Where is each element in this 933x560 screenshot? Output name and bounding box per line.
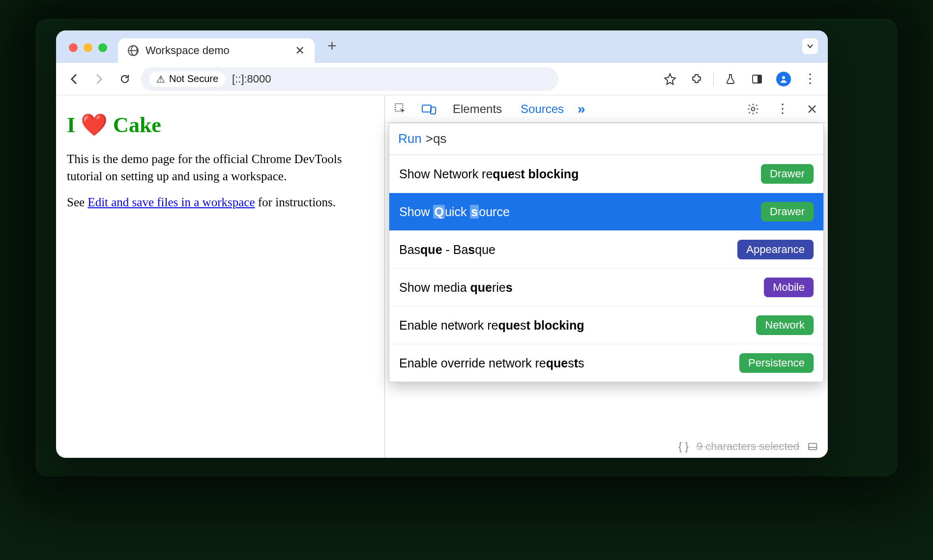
toolbar: ⚠ Not Secure [::]:8000 [56, 63, 828, 95]
workspace-tutorial-link[interactable]: Edit and save files in a workspace [87, 196, 255, 209]
command-item-badge: Network [756, 315, 814, 335]
device-toolbar-button[interactable] [419, 99, 439, 119]
toolbar-separator [713, 72, 714, 86]
svg-rect-7 [809, 444, 817, 450]
rendered-page: I ❤️ Cake This is the demo page for the … [56, 95, 384, 458]
settings-button[interactable] [743, 99, 763, 119]
forward-button[interactable] [89, 69, 109, 89]
brackets-icon: { } [678, 440, 689, 453]
window-minimize-button[interactable] [84, 43, 92, 52]
browser-tab[interactable]: Workspace demo ✕ [118, 38, 315, 63]
command-menu-item[interactable]: Enable override network requestsPersiste… [389, 344, 823, 382]
address-bar[interactable]: ⚠ Not Secure [::]:8000 [141, 67, 558, 91]
extensions-button[interactable] [687, 69, 706, 89]
command-item-label: Basque - Basque [399, 243, 496, 257]
window-controls [69, 43, 107, 52]
command-menu-item[interactable]: Show Quick sourceDrawer [389, 193, 823, 230]
panel-icon [807, 441, 818, 452]
new-tab-button[interactable]: + [327, 37, 337, 55]
reload-button[interactable] [115, 69, 135, 89]
command-item-badge: Appearance [737, 240, 814, 259]
command-item-badge: Mobile [764, 278, 814, 297]
command-menu-item[interactable]: Show Network request blockingDrawer [389, 155, 823, 193]
close-devtools-button[interactable] [802, 99, 822, 119]
command-item-label: Show Quick source [399, 205, 510, 219]
url-text: [::]:8000 [232, 73, 271, 85]
command-menu-input[interactable]: Run >qs [389, 123, 823, 155]
side-panel-button[interactable] [747, 69, 767, 89]
tab-title: Workspace demo [146, 44, 230, 57]
close-tab-icon[interactable]: ✕ [295, 44, 305, 57]
tab-overflow-button[interactable] [802, 38, 818, 54]
bookmark-button[interactable] [660, 69, 680, 89]
command-menu-item[interactable]: Basque - BasqueAppearance [389, 230, 823, 268]
command-menu-item[interactable]: Enable network request blockingNetwork [389, 306, 823, 344]
page-paragraph: This is the demo page for the official C… [67, 150, 374, 185]
devtools-tabbar: Elements Sources » ⋮ [385, 95, 828, 123]
command-menu-item[interactable]: Show media queriesMobile [389, 268, 823, 306]
inspect-element-button[interactable] [391, 99, 410, 119]
profile-button[interactable] [774, 69, 793, 89]
devtools-panel: Elements Sources » ⋮ Run >qs [384, 95, 828, 458]
tab-sources[interactable]: Sources [516, 102, 569, 116]
page-instructions: See Edit and save files in a workspace f… [67, 194, 374, 211]
chrome-menu-button[interactable]: ⋮ [800, 69, 820, 89]
devtools-footer: { } 9 characters selected [669, 435, 828, 458]
content-area: I ❤️ Cake This is the demo page for the … [56, 95, 828, 458]
warning-icon: ⚠ [156, 73, 165, 85]
tab-elements[interactable]: Elements [448, 102, 507, 116]
command-item-label: Show Network request blocking [399, 167, 579, 181]
security-chip[interactable]: ⚠ Not Secure [149, 71, 225, 87]
command-item-badge: Drawer [761, 202, 814, 222]
security-label: Not Secure [169, 73, 218, 84]
avatar-icon [776, 72, 791, 86]
tab-strip: Workspace demo ✕ + [56, 30, 828, 63]
window-close-button[interactable] [69, 43, 78, 52]
command-menu-list: Show Network request blockingDrawerShow … [389, 155, 823, 382]
svg-rect-4 [422, 105, 431, 112]
selection-status: 9 characters selected [697, 440, 799, 453]
command-item-badge: Drawer [761, 164, 814, 184]
command-query: >qs [426, 131, 447, 146]
svg-point-2 [782, 76, 785, 79]
command-item-badge: Persistence [739, 353, 814, 373]
command-prompt-label: Run [398, 131, 422, 146]
labs-button[interactable] [721, 69, 740, 89]
window-maximize-button[interactable] [98, 43, 107, 52]
tabs-overflow-button[interactable]: » [578, 101, 585, 117]
page-heading: I ❤️ Cake [67, 112, 374, 138]
command-item-label: Show media queries [399, 280, 513, 295]
command-item-label: Enable override network requests [399, 356, 584, 370]
globe-icon [128, 45, 139, 56]
devtools-menu-button[interactable]: ⋮ [773, 99, 792, 119]
command-item-label: Enable network request blocking [399, 318, 584, 333]
svg-point-6 [752, 107, 755, 111]
command-menu: Run >qs Show Network request blockingDra… [389, 123, 824, 382]
svg-rect-1 [758, 75, 761, 83]
browser-window: Workspace demo ✕ + ⚠ Not Secure [::]:800… [56, 30, 828, 458]
back-button[interactable] [64, 69, 84, 89]
